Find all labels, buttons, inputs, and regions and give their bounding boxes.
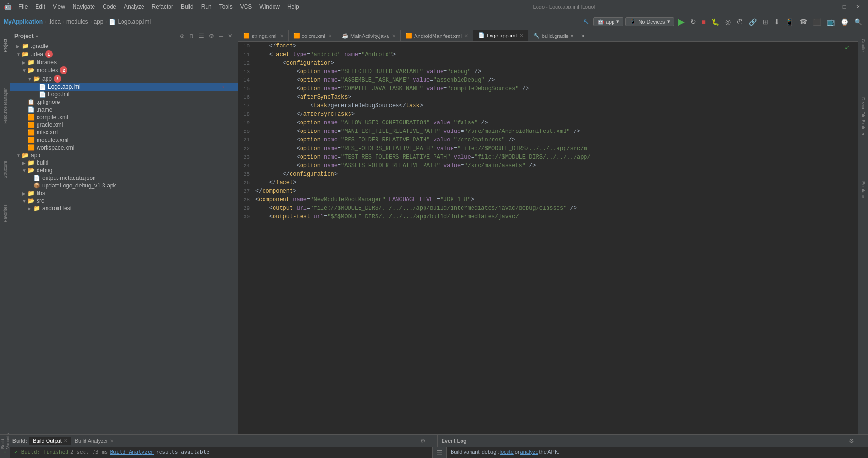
- tree-item-idea[interactable]: ▼ 📂 .idea 1: [10, 50, 238, 58]
- tab-close-iml[interactable]: ✕: [519, 33, 523, 38]
- tree-item-gradle[interactable]: ▶ 📁 .gradle: [10, 42, 238, 50]
- tree-item-debug[interactable]: ▼ 📂 debug: [10, 167, 238, 174]
- tv-btn[interactable]: 📺: [825, 17, 837, 27]
- tree-item-gradle-xml[interactable]: 🟧 gradle.xml: [10, 121, 238, 129]
- event-log-minus-btn[interactable]: ─: [856, 437, 864, 445]
- tree-item-androidtest[interactable]: ▶ 📁 androidTest: [10, 205, 238, 212]
- run-config-dropdown[interactable]: 🤖 app ▾: [593, 17, 623, 26]
- tab-build-output-close[interactable]: ✕: [64, 438, 67, 443]
- sdk-manager-btn[interactable]: ⬇: [772, 17, 782, 27]
- menu-analyze[interactable]: Analyze: [120, 2, 148, 11]
- tab-build-output[interactable]: Build Output ✕: [29, 437, 71, 445]
- tree-item-logo-app-iml[interactable]: 📄 Logo.app.iml ←: [10, 83, 238, 91]
- event-log-list-icon[interactable]: ☰: [436, 449, 443, 457]
- tab-colors-xml[interactable]: 🟧 colors.xml ✕: [289, 30, 338, 41]
- resource-manager-tab[interactable]: Resource Manager: [2, 84, 9, 129]
- search-button[interactable]: 🔍: [852, 17, 864, 27]
- tab-build-gradle[interactable]: 🔧 build.gradle ▾: [528, 30, 578, 41]
- build-analyzer-link[interactable]: Build Analyzer: [110, 449, 154, 455]
- build-output-gear-btn[interactable]: ⚙: [418, 437, 427, 445]
- tab-strings-xml[interactable]: 🟧 strings.xml ✕: [238, 30, 289, 41]
- menu-file[interactable]: File: [15, 2, 31, 11]
- bottom-left-up-icon[interactable]: ↑: [3, 449, 7, 457]
- tab-androidmanifest[interactable]: 🟧 AndroidManifest.xml ✕: [401, 30, 473, 41]
- tree-item-libs[interactable]: ▶ 📁 libs: [10, 189, 238, 197]
- tree-item-modules[interactable]: ▼ 📂 modules 2: [10, 66, 238, 75]
- tab-build-analyzer[interactable]: Build Analyzer ✕: [71, 437, 118, 445]
- close-button[interactable]: ✕: [852, 2, 864, 11]
- breadcrumb-root[interactable]: MyApplication: [4, 19, 43, 25]
- breadcrumb-idea[interactable]: .idea: [48, 19, 61, 25]
- menu-code[interactable]: Code: [99, 2, 120, 11]
- tree-sort-btn[interactable]: ⇅: [188, 32, 196, 40]
- avd-manager-btn[interactable]: 📱: [783, 17, 795, 27]
- phone-btn[interactable]: ☎: [797, 17, 809, 27]
- event-log-gear-btn[interactable]: ⚙: [847, 437, 856, 445]
- coverage-button[interactable]: ◎: [723, 17, 733, 27]
- breadcrumb-file[interactable]: Logo.app.iml: [118, 19, 151, 25]
- sync-button[interactable]: ↻: [689, 17, 698, 27]
- analyze-link[interactable]: analyze: [520, 449, 538, 455]
- tablet-btn[interactable]: ⬛: [811, 17, 823, 27]
- menu-help[interactable]: Help: [283, 2, 303, 11]
- breadcrumb-app[interactable]: app: [94, 19, 103, 25]
- pointer-button[interactable]: ↖: [581, 16, 591, 27]
- tree-item-apk[interactable]: 📦 updateLogo_debug_v1.3.apk: [10, 182, 238, 189]
- tree-item-app-root[interactable]: ▼ 📂 app: [10, 151, 238, 159]
- tree-item-libraries[interactable]: ▶ 📁 libraries: [10, 58, 238, 66]
- tree-item-logo-iml[interactable]: 📄 Logo.iml: [10, 91, 238, 98]
- tab-close-androidmanifest[interactable]: ✕: [464, 33, 468, 38]
- layout-btn[interactable]: ⊞: [761, 17, 770, 27]
- tree-item-gitignore[interactable]: 📋 .gitignore: [10, 98, 238, 106]
- profile-button[interactable]: ⏱: [735, 17, 745, 27]
- menu-vcs[interactable]: VCS: [236, 2, 256, 11]
- stop-button[interactable]: ■: [700, 17, 708, 27]
- favorites-tab[interactable]: Favorites: [2, 201, 9, 226]
- tree-item-build[interactable]: ▶ 📁 build: [10, 159, 238, 167]
- project-dropdown-icon[interactable]: ▾: [36, 34, 38, 39]
- tabs-more-btn[interactable]: »: [578, 30, 587, 41]
- maximize-button[interactable]: □: [839, 2, 850, 11]
- tree-item-src[interactable]: ▼ 📂 src: [10, 197, 238, 205]
- tree-item-misc-xml[interactable]: 🟧 misc.xml: [10, 129, 238, 136]
- menu-edit[interactable]: Edit: [31, 2, 49, 11]
- emulator-tab[interactable]: Emulator: [860, 178, 867, 202]
- tree-item-compiler-xml[interactable]: 🟧 compiler.xml: [10, 113, 238, 121]
- tree-item-output-meta[interactable]: 📄 output-metadata.json: [10, 174, 238, 182]
- tab-build-analyzer-close[interactable]: ✕: [110, 439, 113, 444]
- structure-tab[interactable]: Structure: [2, 157, 9, 182]
- menu-window[interactable]: Window: [255, 2, 283, 11]
- attach-button[interactable]: 🔗: [747, 17, 759, 27]
- tree-filter-btn[interactable]: ☰: [198, 32, 206, 40]
- tree-settings-btn[interactable]: ⚙: [208, 32, 216, 40]
- tree-item-app-folder[interactable]: ▼ 📂 app 3: [10, 75, 238, 83]
- menu-view[interactable]: View: [49, 2, 69, 11]
- gradle-side-tab[interactable]: Gradle: [860, 35, 867, 56]
- tree-close-btn[interactable]: ✕: [226, 32, 234, 40]
- tree-item-modules-xml[interactable]: 🟧 modules.xml: [10, 136, 238, 144]
- tab-close-colors[interactable]: ✕: [328, 33, 332, 38]
- tab-dropdown-gradle[interactable]: ▾: [571, 33, 573, 38]
- device-file-explorer-tab[interactable]: Device File Explorer: [860, 93, 867, 140]
- editor-content[interactable]: ✓ 10 </facet> 11 <facet type="android" n…: [238, 42, 858, 434]
- clock-btn[interactable]: ⌚: [839, 17, 850, 27]
- build-output-minus-btn[interactable]: ─: [427, 437, 435, 445]
- build-variants-side[interactable]: Build Variants: [0, 435, 10, 447]
- menu-run[interactable]: Run: [198, 2, 216, 11]
- locate-link[interactable]: locate: [500, 449, 513, 455]
- tree-item-workspace-xml[interactable]: 🟧 workspace.xml: [10, 144, 238, 151]
- menu-refactor[interactable]: Refactor: [148, 2, 177, 11]
- tree-minus-btn[interactable]: ─: [217, 32, 225, 40]
- menu-build[interactable]: Build: [177, 2, 198, 11]
- tab-close-mainactivity[interactable]: ✕: [392, 33, 396, 38]
- tree-item-name[interactable]: 📄 .name: [10, 106, 238, 113]
- debug-button[interactable]: 🐛: [709, 17, 721, 27]
- tree-collapse-all-btn[interactable]: ⊛: [179, 32, 186, 40]
- tab-close-strings[interactable]: ✕: [280, 33, 283, 38]
- breadcrumb-modules[interactable]: modules: [66, 19, 88, 25]
- run-button[interactable]: ▶: [676, 16, 687, 28]
- tab-logo-app-iml[interactable]: 📄 Logo.app.iml ✕: [473, 30, 528, 41]
- menu-tools[interactable]: Tools: [216, 2, 236, 11]
- tab-mainactivity[interactable]: ☕ MainActivity.java ✕: [337, 30, 401, 41]
- project-tab[interactable]: Project: [2, 35, 9, 56]
